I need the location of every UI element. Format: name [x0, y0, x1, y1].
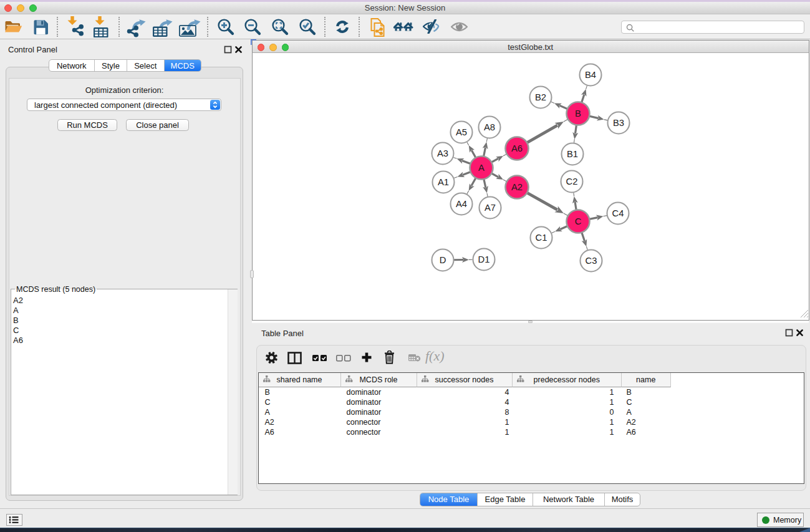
svg-text:B4: B4 [585, 70, 596, 80]
svg-text:C: C [575, 216, 582, 226]
svg-text:C2: C2 [566, 177, 578, 186]
svg-text:A8: A8 [484, 122, 495, 132]
svg-text:C4: C4 [612, 208, 624, 218]
svg-text:C1: C1 [536, 233, 547, 243]
svg-text:A6: A6 [511, 143, 523, 153]
svg-text:A4: A4 [456, 199, 467, 209]
svg-text:B1: B1 [567, 149, 578, 159]
svg-text:B2: B2 [535, 92, 546, 102]
svg-text:B3: B3 [613, 118, 624, 128]
svg-text:C3: C3 [586, 256, 597, 266]
svg-text:A1: A1 [438, 177, 449, 187]
svg-text:D1: D1 [478, 254, 490, 264]
svg-text:A3: A3 [437, 148, 448, 158]
svg-text:A: A [478, 163, 485, 173]
svg-text:D: D [440, 255, 446, 265]
svg-text:A2: A2 [511, 182, 523, 192]
svg-text:B: B [575, 109, 581, 118]
svg-text:A7: A7 [485, 203, 496, 213]
svg-text:A5: A5 [456, 127, 467, 137]
